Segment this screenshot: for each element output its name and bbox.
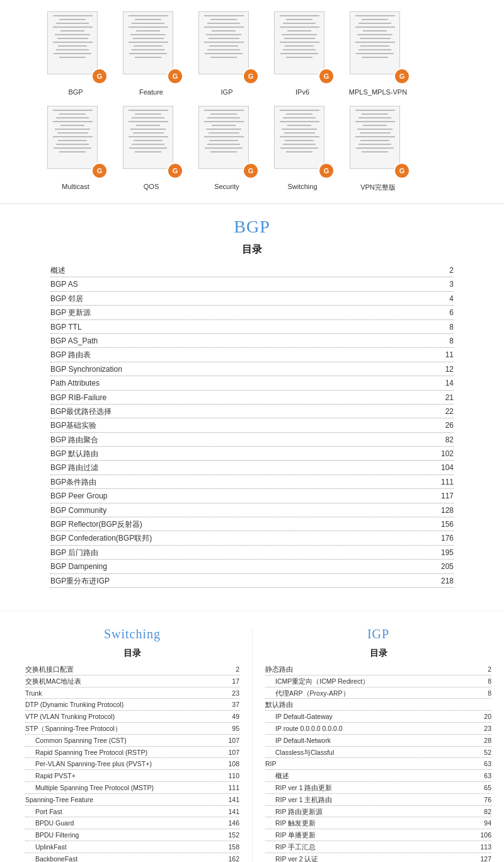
file-name: Security: [214, 183, 239, 190]
file-item[interactable]: G Feature: [113, 6, 189, 101]
col-toc-item: Spanning-Tree Feature 141: [25, 795, 239, 806]
col-toc-item: Common Spanning Tree (CST) 107: [25, 735, 239, 747]
file-item[interactable]: G QOS: [113, 101, 189, 197]
two-col-section: Switching 目录 交换机接口配置 2 交换机MAC地址表 17 Trun…: [0, 621, 504, 862]
toc-item: BGP条件路由 111: [50, 476, 454, 489]
col-toc-page: 23: [484, 723, 491, 734]
file-item[interactable]: G IGP: [189, 6, 265, 101]
file-name: Multicast: [62, 183, 89, 190]
col-toc-page: 110: [228, 771, 239, 781]
col-toc-page: 8: [488, 688, 491, 699]
col-toc-text: RIP 手工汇总: [275, 842, 316, 853]
col-toc-page: 108: [228, 759, 239, 769]
file-icon: G: [47, 106, 104, 175]
file-item[interactable]: G Security: [189, 101, 265, 197]
file-icon: G: [123, 106, 180, 175]
file-name: Feature: [139, 88, 163, 96]
file-name: BGP: [68, 88, 83, 96]
col-toc-text: UplinkFast: [35, 842, 67, 853]
col-toc-item: Classless与Classful 52: [265, 747, 491, 759]
file-item[interactable]: G Switching: [265, 101, 340, 197]
col-toc-item: RIP ver 2 认证 127: [265, 854, 491, 862]
col-toc-text: ICMP重定向（ICMP Redirect）: [275, 676, 369, 687]
toc-item-text: BGP Synchronization: [50, 363, 443, 376]
col-toc-item: Trunk 23: [25, 688, 239, 699]
col-toc-text: BackboneFast: [35, 854, 77, 862]
toc-item-text: BGP 路由表: [50, 348, 443, 361]
col-toc-item: 代理ARP（Proxy-ARP） 8: [265, 688, 491, 699]
col-toc-item: 概述 63: [265, 771, 491, 782]
col-toc-item: Multiple Spanning Tree Protocol (MSTP) 1…: [25, 783, 239, 794]
toc-item: BGP重分布进IGP 218: [50, 575, 454, 588]
toc-item-text: BGP 默认路由: [50, 447, 438, 460]
toc-item-page: 128: [441, 504, 454, 517]
file-icon: G: [198, 11, 255, 81]
file-icon: G: [274, 11, 331, 81]
file-name: Switching: [287, 183, 317, 190]
col-toc-text: RIP: [265, 759, 277, 769]
col-toc-text: Spanning-Tree Feature: [25, 795, 93, 805]
file-badge: G: [167, 163, 183, 179]
toc-item-page: 195: [441, 546, 454, 559]
toc-item-page: 176: [441, 532, 454, 544]
col-toc-page: 113: [480, 842, 491, 853]
col-toc-page: 111: [228, 783, 239, 793]
toc-item-page: 11: [445, 348, 454, 361]
col-toc-text: BPDU Guard: [35, 818, 74, 829]
file-badge: G: [318, 163, 335, 179]
col-toc-text: 默认路由: [265, 699, 293, 710]
toc-item: BGP TTL 8: [50, 321, 454, 334]
toc-item-page: 205: [441, 560, 454, 573]
toc-item-page: 117: [441, 490, 454, 502]
bgp-toc-title: 目录: [50, 243, 454, 256]
file-grid: G BGP G Feature G IGP: [0, 0, 504, 204]
file-icon: G: [198, 106, 255, 175]
toc-item: Path Attributes 14: [50, 377, 454, 390]
toc-item-text: BGP Community: [50, 504, 438, 517]
col-toc-item: RIP 手工汇总 113: [265, 842, 491, 853]
col-toc-page: 37: [232, 699, 239, 710]
toc-item-text: BGP 邻居: [50, 292, 447, 305]
file-badge: G: [243, 68, 259, 84]
toc-item-text: BGP Peer Group: [50, 490, 438, 502]
toc-item-text: BGP Dampening: [50, 560, 438, 573]
col-toc-page: 63: [484, 759, 491, 769]
switching-title: Switching: [25, 627, 239, 641]
file-item[interactable]: G Multicast: [38, 101, 113, 197]
toc-item-page: 2: [449, 264, 454, 277]
bgp-title: BGP: [0, 204, 504, 240]
col-toc-text: Classless与Classful: [275, 747, 334, 758]
toc-item-page: 156: [441, 518, 454, 531]
file-item[interactable]: G BGP: [38, 6, 113, 101]
toc-item-text: BGP 后门路由: [50, 546, 438, 559]
col-toc-page: 63: [484, 771, 491, 781]
igp-toc-title: 目录: [265, 648, 491, 659]
col-toc-text: 交换机接口配置: [25, 664, 74, 675]
col-toc-text: DTP (Dynamic Trunking Protocol): [25, 699, 123, 710]
col-toc-page: 152: [228, 830, 239, 841]
file-item[interactable]: G IPv6: [265, 6, 340, 101]
toc-item-page: 14: [445, 377, 454, 389]
toc-item-page: 26: [445, 419, 454, 432]
col-toc-item: IP Default-Network 28: [265, 735, 491, 747]
col-toc-page: 8: [488, 676, 491, 687]
col-toc-page: 162: [228, 854, 239, 862]
col-toc-text: Common Spanning Tree (CST): [35, 735, 127, 746]
col-toc-text: 概述: [275, 771, 289, 781]
col-toc-text: RIP 触发更新: [275, 818, 316, 829]
col-toc-item: Rapid PVST+ 110: [25, 771, 239, 782]
toc-item-page: 22: [445, 405, 454, 418]
toc-item-page: 21: [445, 391, 454, 404]
col-toc-text: RIP ver 2 认证: [275, 854, 319, 862]
col-toc-page: 17: [232, 676, 239, 687]
file-name: IGP: [221, 88, 233, 96]
toc-item: BGP Peer Group 117: [50, 490, 454, 503]
col-toc-item: Rapid Spanning Tree Protocol (RSTP) 107: [25, 747, 239, 759]
file-item[interactable]: G VPN完整版: [340, 101, 416, 197]
col-toc-item: RIP 触发更新 94: [265, 818, 491, 829]
toc-item: BGP 路由表 11: [50, 348, 454, 362]
toc-item-page: 8: [449, 335, 454, 347]
file-item[interactable]: G MPLS_MPLS-VPN: [340, 6, 416, 101]
col-toc-text: BPDU Filtering: [35, 830, 79, 841]
igp-title: IGP: [265, 627, 491, 641]
